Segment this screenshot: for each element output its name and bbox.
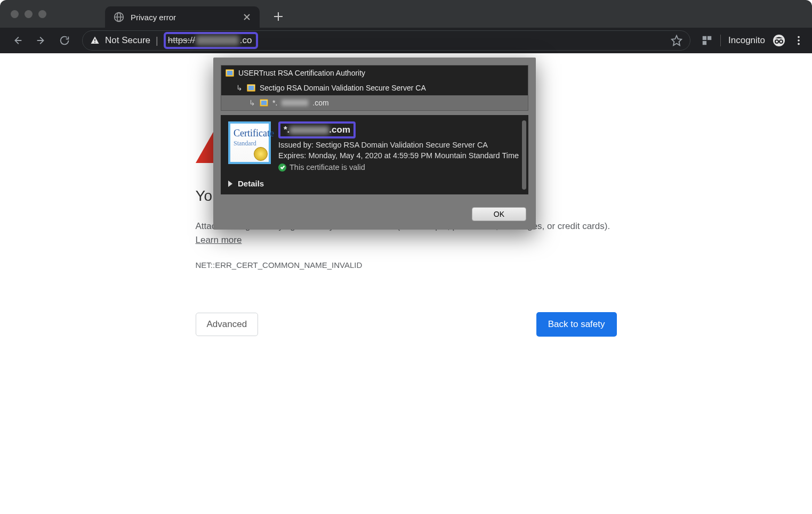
cert-chain-leaf[interactable]: ↳ *. .com [221,95,528,110]
svg-rect-14 [703,41,706,45]
cert-leaf-prefix: *. [272,99,277,107]
cert-expires: Expires: Monday, May 4, 2020 at 4:59:59 … [278,151,521,160]
cert-image-sub: Standard [234,140,256,148]
plus-icon [274,12,283,21]
cn-suffix: .com [329,125,350,135]
reload-button[interactable] [54,30,75,51]
svg-point-20 [798,39,800,42]
cert-leaf-suffix: .com [312,99,328,107]
cert-valid-text: This certificate is valid [290,163,365,172]
button-row: Advanced Back to safety [196,312,617,337]
learn-more-link[interactable]: Learn more [196,235,242,245]
close-window-button[interactable] [11,10,19,18]
minimize-window-button[interactable] [25,10,33,18]
globe-icon [114,12,124,22]
cert-issued-by: Issued by: Sectigo RSA Domain Validation… [278,141,521,149]
advanced-button[interactable]: Advanced [196,313,259,336]
details-label: Details [238,179,264,188]
cert-valid-row: This certificate is valid [278,163,521,172]
tab-title: Privacy error [131,13,236,22]
separator: | [156,35,158,46]
close-tab-icon[interactable] [243,13,251,21]
not-secure-label: Not Secure [105,35,150,46]
cert-leaf-redacted [282,100,308,106]
cert-chain-intermediate[interactable]: ↳ Sectigo RSA Domain Validation Secure S… [221,80,528,95]
toolbar: Not Secure | https:// .co Incognito [0,28,812,53]
cert-intermediate-name: Sectigo RSA Domain Validation Secure Ser… [260,84,426,92]
svg-point-15 [773,35,785,46]
certificate-icon [226,69,234,77]
zoom-window-button[interactable] [38,10,46,18]
scrollbar-thumb[interactable] [522,120,526,190]
certificate-image: Certificate Standard [228,121,271,164]
tab-active[interactable]: Privacy error [105,6,260,28]
details-disclosure[interactable]: Details [228,179,521,188]
svg-rect-10 [94,42,95,43]
svg-rect-9 [94,39,95,42]
kebab-menu-icon[interactable] [793,35,805,46]
address-bar[interactable]: Not Secure | https:// .co [82,30,690,51]
new-tab-button[interactable] [268,6,288,27]
svg-point-19 [798,36,800,38]
ok-button[interactable]: OK [472,207,526,221]
dialog-button-row: OK [213,200,536,230]
cert-root-name: USERTrust RSA Certification Authority [238,69,365,77]
not-secure-warning-icon [90,36,100,45]
error-code: NET::ERR_CERT_COMMON_NAME_INVALID [196,260,617,270]
svg-point-21 [798,43,800,45]
nav-back-button[interactable] [7,30,28,51]
bookmark-star-icon[interactable] [671,35,682,46]
cn-redacted [290,126,329,134]
divider [720,35,721,46]
incognito-label: Incognito [728,35,765,46]
url-tld: .co [240,35,252,46]
traffic-lights [11,10,46,18]
cn-prefix: *. [284,125,290,135]
extension-icon[interactable] [701,35,713,46]
certificate-details: *..com Issued by: Sectigo RSA Domain Val… [278,121,521,172]
disclosure-triangle-icon [228,181,232,187]
nav-forward-button[interactable] [31,30,51,51]
cert-image-title: Certificate [234,128,274,139]
certificate-info-panel: Certificate Standard *..com Issued by: S… [221,115,528,194]
svg-rect-12 [703,36,706,40]
window-controls-bar: Privacy error [0,0,812,28]
svg-rect-13 [708,36,711,40]
svg-marker-11 [672,36,681,45]
url-highlight-box: https:// .co [164,32,259,49]
certificate-dialog: USERTrust RSA Certification Authority ↳ … [213,58,536,230]
certificate-icon [247,84,255,92]
certificate-chain-tree: USERTrust RSA Certification Authority ↳ … [221,65,528,111]
check-circle-icon [278,164,286,172]
url-scheme: https:// [168,35,195,46]
seal-icon [254,147,268,161]
incognito-icon[interactable] [773,34,785,47]
url-domain-redacted [196,36,239,45]
tab-strip: Privacy error [105,0,288,28]
certificate-icon [260,99,268,107]
cert-common-name-highlight: *..com [278,121,356,138]
tree-arrow-icon: ↳ [236,84,243,92]
tree-arrow-icon: ↳ [249,99,255,107]
back-to-safety-button[interactable]: Back to safety [536,312,617,337]
toolbar-right: Incognito [701,34,805,47]
cert-chain-root[interactable]: USERTrust RSA Certification Authority [221,66,528,80]
browser-chrome-top: Privacy error Not Secure | https:// .co [0,0,812,53]
